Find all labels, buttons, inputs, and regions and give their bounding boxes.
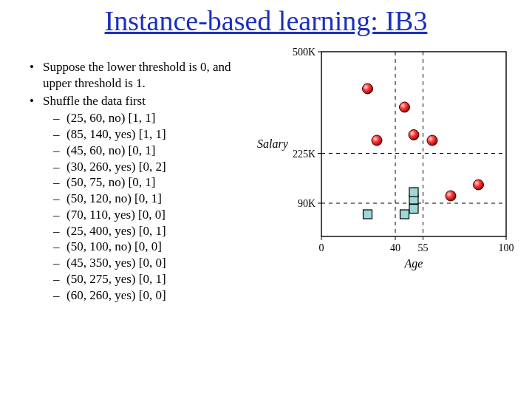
data-point-yes bbox=[372, 135, 382, 146]
data-point-yes bbox=[400, 102, 410, 112]
bullet-item: Shuffle the data first(25, 60, no) [1, 1… bbox=[27, 93, 233, 304]
data-point-no bbox=[400, 210, 409, 219]
bullet-text: Shuffle the data first bbox=[43, 94, 146, 108]
sub-bullet-item: (50, 275, yes) [0, 1] bbox=[53, 271, 233, 287]
sub-bullet-item: (45, 350, yes) [0, 0] bbox=[53, 255, 233, 271]
data-point-yes bbox=[363, 83, 373, 94]
sub-bullet-item: (70, 110, yes) [0, 0] bbox=[53, 207, 233, 223]
data-point-no bbox=[409, 188, 418, 197]
data-point-yes bbox=[409, 130, 419, 140]
bullet-content: Suppose the lower threshold is 0, and up… bbox=[27, 59, 233, 304]
svg-text:500K: 500K bbox=[293, 47, 316, 58]
sub-bullet-item: (60, 260, yes) [0, 0] bbox=[53, 287, 233, 304]
svg-text:100: 100 bbox=[499, 242, 514, 253]
sub-bullet-item: (30, 260, yes) [0, 2] bbox=[53, 159, 233, 175]
bullet-item: Suppose the lower threshold is 0, and up… bbox=[27, 59, 233, 92]
bullet-text: Suppose the lower threshold is 0, and up… bbox=[43, 60, 231, 90]
svg-text:55: 55 bbox=[418, 242, 429, 253]
slide-title: Instance-based learning: IB3 bbox=[0, 4, 532, 37]
sub-bullet-item: (25, 400, yes) [0, 1] bbox=[53, 223, 233, 239]
sub-bullet-item: (50, 75, no) [0, 1] bbox=[53, 174, 233, 191]
svg-text:Salary: Salary bbox=[257, 137, 289, 151]
data-point-yes bbox=[474, 180, 484, 190]
data-point-yes bbox=[427, 135, 437, 146]
sub-bullet-item: (45, 60, no) [0, 1] bbox=[53, 143, 233, 159]
sub-bullet-item: (85, 140, yes) [1, 1] bbox=[53, 126, 233, 143]
data-point-yes bbox=[446, 191, 456, 201]
svg-text:0: 0 bbox=[319, 242, 324, 253]
data-point-no bbox=[409, 205, 418, 214]
sub-bullet-item: (50, 100, no) [0, 0] bbox=[53, 239, 233, 255]
svg-text:40: 40 bbox=[390, 242, 400, 253]
svg-text:Age: Age bbox=[404, 257, 423, 270]
sub-bullet-item: (25, 60, no) [1, 1] bbox=[53, 110, 233, 126]
sub-bullet-item: (50, 120, no) [0, 1] bbox=[53, 191, 233, 207]
scatter-chart: 0405510090K225K500KAgeSalary bbox=[251, 44, 525, 288]
svg-text:225K: 225K bbox=[293, 149, 316, 160]
slide: Instance-based learning: IB3 Suppose the… bbox=[0, 0, 532, 399]
svg-text:90K: 90K bbox=[298, 198, 316, 209]
data-point-no bbox=[364, 210, 372, 219]
